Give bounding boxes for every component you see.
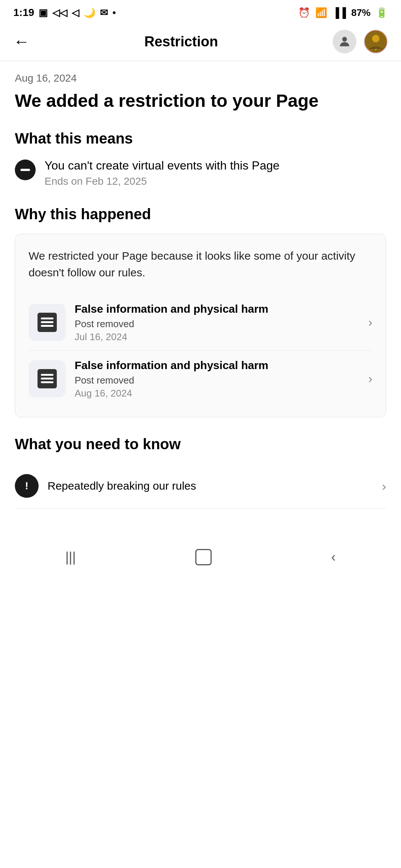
restriction-item: You can't create virtual events with thi… [15,158,386,188]
doc-line [41,374,53,376]
reason-item-date-2: Aug 16, 2024 [75,388,359,399]
reason-item-status-1: Post removed [75,318,359,330]
restriction-date: Aug 16, 2024 [15,72,386,84]
reason-item-icon-1 [29,304,66,341]
chevron-right-icon-3: › [382,479,386,493]
reason-item-icon-2 [29,360,66,397]
reason-item-date-1: Jul 16, 2024 [75,331,359,343]
nav-bar: ← Restriction ✓ [0,22,401,61]
back-button[interactable]: ← [13,32,30,51]
svg-text:✓: ✓ [374,48,377,51]
doc-line [41,318,53,319]
restriction-description: You can't create virtual events with thi… [45,158,280,174]
reason-item-2[interactable]: False information and physical harm Post… [29,350,372,407]
doc-line [41,378,53,379]
dnd-icon: 🌙 [84,7,95,19]
why-happened-heading: Why this happened [15,206,386,223]
why-section: Why this happened We restricted your Pag… [15,206,386,417]
notification-icon: ▣ [39,7,48,19]
battery-icon: 🔋 [376,7,388,19]
home-button[interactable] [195,549,212,565]
doc-icon-1 [38,313,57,332]
reason-description: We restricted your Page because it looks… [29,247,372,281]
reason-item-status-2: Post removed [75,375,359,386]
reason-item-title-1: False information and physical harm [75,302,359,316]
know-item-text-1: Repeatedly breaking our rules [48,480,373,492]
email-icon: ✉ [100,7,108,19]
know-item-1[interactable]: Repeatedly breaking our rules › [15,464,386,509]
reason-item-content-2: False information and physical harm Post… [75,358,359,399]
what-this-means-heading: What this means [15,130,386,147]
reason-item-content-1: False information and physical harm Post… [75,302,359,343]
battery-display: 87% [351,7,371,19]
bottom-nav: ||| ‹ [0,535,401,583]
account-icon[interactable] [333,30,356,53]
svg-point-0 [342,37,347,42]
doc-line [41,381,53,383]
doc-line [41,325,53,327]
chevron-right-icon-2: › [368,371,372,386]
page-title: Restriction [144,34,218,50]
status-bar: 1:19 ▣ ◁◁ ◁ 🌙 ✉ • ⏰ 📶 ▐▐ 87% 🔋 [0,0,401,22]
doc-line [41,321,53,323]
restriction-icon [15,160,36,180]
time-display: 1:19 [13,7,34,19]
main-content: Aug 16, 2024 We added a restriction to y… [0,61,401,520]
know-heading: What you need to know [15,436,386,453]
wifi-icon: 📶 [315,7,327,19]
reason-card: We restricted your Page because it looks… [15,234,386,417]
profile-avatar[interactable]: ✓ [364,30,388,53]
back-nav-button[interactable]: ‹ [320,546,347,569]
chevron-right-icon-1: › [368,315,372,329]
status-time: 1:19 ▣ ◁◁ ◁ 🌙 ✉ • [13,7,116,19]
main-heading: We added a restriction to your Page [15,90,386,112]
know-section: What you need to know Repeatedly breakin… [15,436,386,509]
svg-point-2 [372,35,379,42]
reason-item-1[interactable]: False information and physical harm Post… [29,294,372,350]
silent-icon: ◁ [72,7,79,19]
nav-actions: ✓ [333,30,388,53]
recent-apps-button[interactable]: ||| [54,546,87,569]
doc-icon-2 [38,369,57,388]
signal-icon: ▐▐ [332,7,346,19]
status-indicators: ⏰ 📶 ▐▐ 87% 🔋 [298,7,388,19]
dot-icon: • [113,7,116,19]
restriction-end-date: Ends on Feb 12, 2025 [45,175,280,187]
restriction-details: You can't create virtual events with thi… [45,158,280,188]
warning-icon [15,474,39,498]
alarm-icon: ⏰ [298,7,310,19]
reason-item-title-2: False information and physical harm [75,358,359,372]
vibrate-icon: ◁◁ [52,7,67,19]
